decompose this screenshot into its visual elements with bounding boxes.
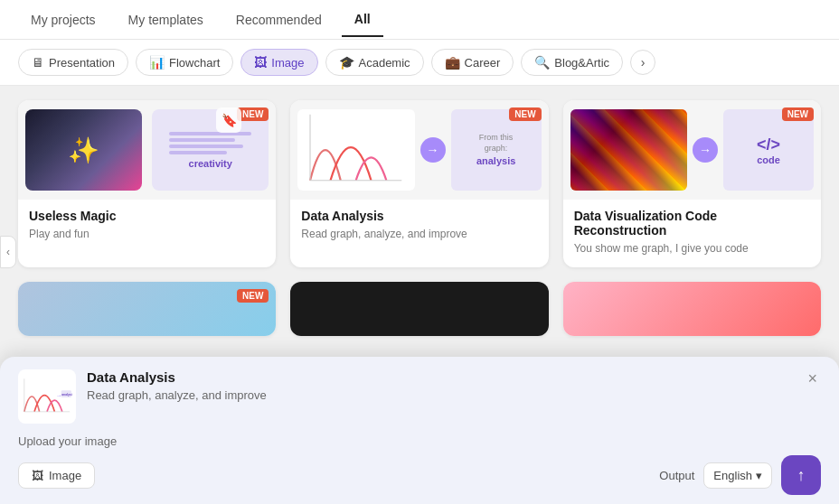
- partial-card-2-inner: [290, 282, 548, 336]
- panel-title: Data Analysis: [87, 369, 793, 385]
- chip-flowchart-label: Flowchart: [169, 56, 220, 70]
- career-icon: 💼: [445, 55, 460, 70]
- flowchart-icon: 📊: [149, 55, 165, 70]
- line-1: [169, 132, 250, 135]
- useless-magic-lines: [169, 132, 250, 154]
- panel-upload-label: Upload your image: [18, 434, 821, 448]
- chips-next-button[interactable]: ›: [630, 50, 655, 75]
- card-data-analysis[interactable]: NEW → From thisgraph:: [290, 100, 548, 267]
- card-data-viz-desc: You show me graph, I give you code: [574, 241, 810, 257]
- panel-thumbnail: → analysis: [18, 369, 76, 424]
- chip-academic[interactable]: 🎓 Academic: [325, 49, 424, 76]
- card-data-viz-title: Data Visualization Code Reconstruction: [574, 209, 810, 238]
- chip-flowchart[interactable]: 📊 Flowchart: [136, 49, 233, 76]
- image-icon: 🖼: [254, 55, 267, 70]
- card-useless-magic-body: Useless Magic Play and fun: [18, 200, 276, 253]
- card-data-viz-image: NEW → </> code: [563, 100, 821, 200]
- partial-card-1[interactable]: NEW: [18, 282, 276, 336]
- chip-academic-label: Academic: [359, 56, 410, 70]
- language-selector[interactable]: English ▾: [703, 462, 772, 489]
- useless-magic-right-panel: creativity: [152, 109, 269, 191]
- card-data-analysis-body: Data Analysis Read graph, analyze, and i…: [290, 200, 548, 253]
- bottom-panel: → analysis Data Analysis Read graph, ana…: [0, 357, 839, 504]
- footer-right: Output English ▾ ↑: [659, 455, 821, 495]
- bottom-partial-row: NEW: [0, 282, 839, 336]
- data-analysis-arrow: →: [420, 137, 446, 163]
- data-analysis-chart: [297, 109, 414, 191]
- useless-magic-photo: ✨: [25, 109, 142, 191]
- academic-icon: 🎓: [339, 55, 354, 70]
- nav-my-templates[interactable]: My templates: [116, 4, 216, 36]
- chip-career-label: Career: [465, 56, 501, 70]
- data-viz-arrow: →: [693, 137, 718, 163]
- chip-blog-label: Blog&Artic: [554, 56, 609, 70]
- panel-info: Data Analysis Read graph, analyze, and i…: [87, 369, 793, 402]
- svg-text:analysis: analysis: [61, 393, 72, 397]
- line-3: [169, 145, 242, 148]
- filter-row: 🖥 Presentation 📊 Flowchart 🖼 Image 🎓 Aca…: [0, 40, 839, 86]
- chip-image[interactable]: 🖼 Image: [240, 49, 317, 76]
- cards-grid: NEW 🔖 ✨ creativity Useless Magic Play an…: [0, 86, 839, 282]
- chip-blog[interactable]: 🔍 Blog&Artic: [521, 49, 623, 76]
- language-value: English: [713, 469, 752, 482]
- from-graph-text: From thisgraph:: [479, 133, 514, 154]
- code-label: code: [757, 154, 780, 165]
- output-label: Output: [659, 469, 694, 482]
- card-data-analysis-desc: Read graph, analyze, and improve: [301, 227, 537, 242]
- submit-button[interactable]: ↑: [781, 455, 821, 495]
- card-useless-magic-title: Useless Magic: [29, 209, 265, 223]
- partial-card-3-inner: [563, 282, 821, 336]
- upload-image-label: Image: [49, 469, 81, 482]
- card-data-viz[interactable]: NEW → </> code Data Visualization Code R…: [563, 100, 821, 267]
- card-useless-magic-desc: Play and fun: [29, 227, 265, 242]
- upload-image-icon: 🖼: [32, 469, 43, 482]
- chip-presentation-label: Presentation: [49, 56, 115, 70]
- panel-footer: 🖼 Image Output English ▾ ↑: [18, 455, 821, 495]
- card-data-analysis-title: Data Analysis: [301, 209, 537, 223]
- heatmap-stripes: [570, 109, 687, 191]
- card-useless-magic-image: NEW 🔖 ✨ creativity: [18, 100, 276, 200]
- panel-header: → analysis Data Analysis Read graph, ana…: [18, 369, 821, 424]
- presentation-icon: 🖥: [32, 55, 44, 70]
- card-data-viz-body: Data Visualization Code Reconstruction Y…: [563, 200, 821, 267]
- card-data-analysis-image: NEW → From thisgraph:: [290, 100, 548, 200]
- left-panel-toggle[interactable]: ‹: [0, 236, 16, 268]
- new-badge-data-analysis: NEW: [509, 107, 541, 121]
- partial-card-3[interactable]: [563, 282, 821, 336]
- card-useless-magic[interactable]: NEW 🔖 ✨ creativity Useless Magic Play an…: [18, 100, 276, 267]
- from-graph-box: From thisgraph: analysis: [451, 109, 542, 191]
- upload-image-button[interactable]: 🖼 Image: [18, 462, 95, 489]
- line-4: [169, 151, 226, 154]
- top-navigation: My projects My templates Recommended All: [0, 0, 839, 40]
- nav-all[interactable]: All: [342, 3, 383, 37]
- code-box: </> code: [723, 109, 814, 191]
- nav-recommended[interactable]: Recommended: [223, 4, 335, 36]
- chevron-down-icon: ▾: [756, 469, 762, 482]
- partial-new-badge-1: NEW: [237, 289, 269, 303]
- line-2: [169, 138, 234, 142]
- partial-card-2[interactable]: [290, 282, 548, 336]
- chip-presentation[interactable]: 🖥 Presentation: [18, 49, 128, 76]
- chip-image-label: Image: [271, 56, 304, 70]
- partial-card-1-inner: NEW: [18, 282, 276, 336]
- analysis-label: analysis: [476, 154, 515, 167]
- blog-icon: 🔍: [534, 55, 550, 70]
- bookmark-icon-useless-magic[interactable]: 🔖: [216, 107, 241, 133]
- chip-career[interactable]: 💼 Career: [431, 49, 514, 76]
- new-badge-useless-magic: NEW: [237, 107, 269, 121]
- panel-thumb-visual: → analysis: [18, 369, 76, 424]
- data-viz-heatmap: [570, 109, 687, 191]
- code-tag: </>: [757, 135, 780, 154]
- new-badge-data-viz: NEW: [782, 107, 814, 121]
- panel-desc: Read graph, analyze, and improve: [87, 388, 793, 402]
- panel-close-button[interactable]: ×: [804, 369, 821, 388]
- creativity-label: creativity: [189, 158, 232, 169]
- nav-my-projects[interactable]: My projects: [18, 4, 108, 36]
